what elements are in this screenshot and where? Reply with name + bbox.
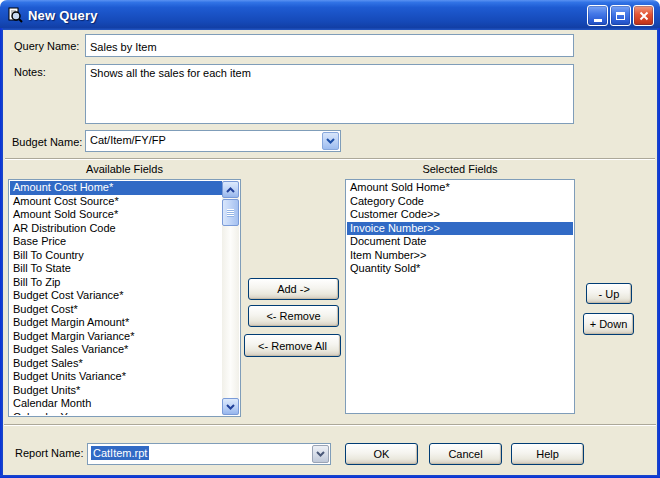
list-item[interactable]: Item Number>> — [347, 249, 573, 263]
available-fields-scrollbar[interactable] — [222, 181, 239, 415]
up-button[interactable]: - Up — [586, 283, 632, 304]
list-item[interactable]: AR Distribution Code — [10, 222, 222, 236]
list-item[interactable]: Bill To Zip — [10, 276, 222, 290]
new-query-icon — [7, 7, 23, 23]
list-item[interactable]: Amount Cost Home* — [10, 181, 222, 195]
help-button[interactable]: Help — [511, 443, 584, 465]
add-button[interactable]: Add -> — [248, 278, 339, 300]
chevron-down-icon — [226, 404, 235, 410]
cancel-button[interactable]: Cancel — [429, 443, 502, 465]
scroll-up-button[interactable] — [222, 181, 239, 198]
chevron-up-icon — [226, 187, 235, 193]
available-fields-header: Available Fields — [8, 163, 241, 175]
notes-label: Notes: — [14, 66, 46, 78]
maximize-icon — [616, 12, 625, 20]
query-name-label: Query Name: — [14, 40, 79, 52]
chevron-down-icon — [316, 451, 325, 457]
selected-fields-list[interactable]: Amount Sold Home*Category CodeCustomer C… — [345, 179, 575, 414]
budget-name-value: Cat/Item/FY/FP — [90, 134, 166, 146]
list-item[interactable]: Budget Margin Variance* — [10, 330, 222, 344]
query-name-input[interactable] — [85, 34, 574, 57]
list-item[interactable]: Calendar Month — [10, 397, 222, 411]
list-item[interactable]: Amount Sold Home* — [347, 181, 573, 195]
window-title: New Query — [28, 8, 98, 23]
list-item[interactable]: Budget Units* — [10, 384, 222, 398]
list-item[interactable]: Budget Cost Variance* — [10, 289, 222, 303]
report-name-value: CatItem.rpt — [91, 446, 149, 460]
remove-button[interactable]: <- Remove — [248, 305, 339, 327]
notes-textarea[interactable]: Shows all the sales for each item — [85, 64, 574, 124]
list-item[interactable]: Quantity Sold* — [347, 262, 573, 276]
list-item[interactable]: Budget Units Variance* — [10, 370, 222, 384]
list-item[interactable]: Calendar Year — [10, 411, 222, 416]
remove-all-button[interactable]: <- Remove All — [244, 334, 341, 357]
ok-button[interactable]: OK — [345, 443, 418, 465]
section-separator-top — [5, 158, 655, 160]
budget-name-label: Budget Name: — [12, 136, 82, 148]
list-item[interactable]: Category Code — [347, 195, 573, 209]
close-button[interactable] — [633, 5, 654, 26]
down-button[interactable]: + Down — [583, 313, 634, 335]
chevron-down-icon — [326, 138, 335, 144]
window-border-left — [0, 28, 3, 478]
scroll-down-button[interactable] — [222, 398, 239, 415]
minimize-button[interactable] — [587, 5, 608, 26]
list-item[interactable]: Bill To State — [10, 262, 222, 276]
minimize-icon — [594, 19, 602, 22]
list-item[interactable]: Customer Code>> — [347, 208, 573, 222]
list-item[interactable]: Amount Sold Source* — [10, 208, 222, 222]
list-item[interactable]: Budget Sales Variance* — [10, 343, 222, 357]
report-name-label: Report Name: — [15, 447, 83, 459]
section-separator-bottom — [4, 424, 656, 426]
new-query-window: New Query Query Name: Notes: Shows all t… — [0, 0, 660, 478]
title-bar[interactable]: New Query — [0, 0, 660, 30]
list-item[interactable]: Document Date — [347, 235, 573, 249]
list-item[interactable]: Budget Sales* — [10, 357, 222, 371]
list-item[interactable]: Budget Cost* — [10, 303, 222, 317]
budget-name-combo[interactable]: Cat/Item/FY/FP — [85, 130, 341, 152]
list-item[interactable]: Invoice Number>> — [347, 222, 573, 236]
list-item[interactable]: Budget Margin Amount* — [10, 316, 222, 330]
list-item[interactable]: Amount Cost Source* — [10, 195, 222, 209]
report-dropdown-button[interactable] — [312, 445, 329, 463]
close-icon — [639, 11, 649, 21]
selected-fields-header: Selected Fields — [345, 163, 575, 175]
available-fields-list[interactable]: Amount Cost Home*Amount Cost Source*Amou… — [8, 179, 241, 417]
list-item[interactable]: Base Price — [10, 235, 222, 249]
list-item[interactable]: Bill To Country — [10, 249, 222, 263]
scrollbar-thumb[interactable] — [222, 199, 239, 226]
maximize-button[interactable] — [610, 5, 631, 26]
budget-dropdown-button[interactable] — [322, 132, 339, 150]
report-name-combo[interactable]: CatItem.rpt — [87, 443, 331, 465]
